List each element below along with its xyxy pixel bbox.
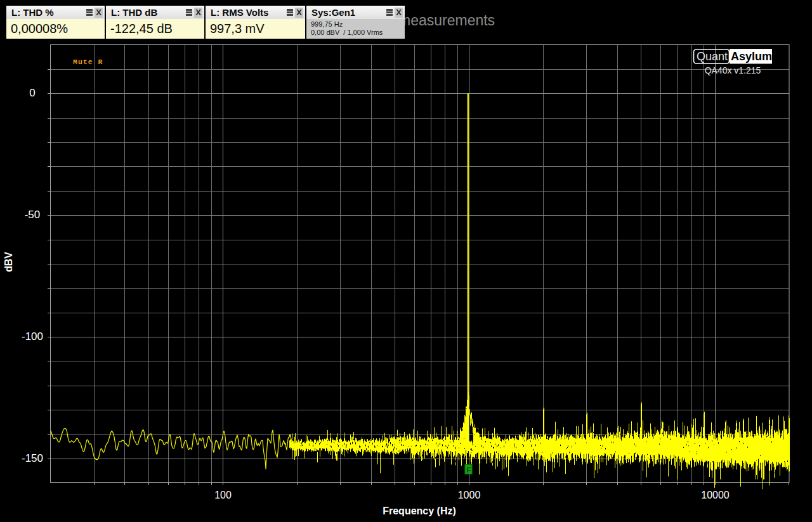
svg-text:F: F bbox=[467, 466, 471, 474]
svg-text:-100: -100 bbox=[22, 330, 43, 343]
svg-text:0: 0 bbox=[29, 87, 35, 99]
svg-text:1000: 1000 bbox=[458, 490, 481, 500]
svg-text:Frequency (Hz): Frequency (Hz) bbox=[383, 506, 456, 516]
svg-text:Mute R: Mute R bbox=[73, 58, 103, 66]
svg-text:QA40x v1.215: QA40x v1.215 bbox=[705, 65, 761, 75]
svg-text:dBV: dBV bbox=[3, 252, 14, 272]
svg-text:Asylum: Asylum bbox=[731, 50, 772, 63]
svg-text:Quant: Quant bbox=[697, 50, 728, 63]
svg-text:10000: 10000 bbox=[701, 490, 730, 500]
svg-text:-50: -50 bbox=[25, 209, 41, 221]
svg-text:100: 100 bbox=[214, 490, 232, 500]
svg-text:-150: -150 bbox=[22, 452, 43, 464]
svg-text:measurements: measurements bbox=[398, 12, 495, 29]
